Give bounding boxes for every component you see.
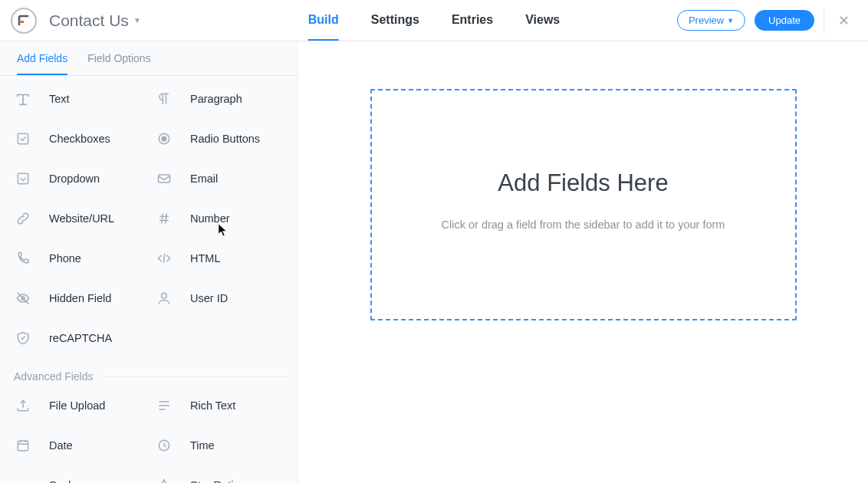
field-label: Star Rating [190, 479, 246, 483]
preview-button-label: Preview [689, 15, 724, 26]
fields-panel: TextParagraphCheckboxesRadio ButtonsDrop… [0, 76, 298, 483]
phone-icon [14, 249, 32, 268]
basic-fields-grid: TextParagraphCheckboxesRadio ButtonsDrop… [14, 90, 290, 347]
field-label: Hidden Field [49, 292, 111, 304]
field-html[interactable]: HTML [155, 249, 290, 268]
field-label: File Upload [49, 399, 105, 412]
field-label: Number [190, 212, 230, 225]
field-radio-buttons[interactable]: Radio Buttons [155, 130, 290, 148]
tab-entries[interactable]: Entries [452, 0, 493, 41]
field-label: Time [190, 439, 215, 452]
sidebar-tab-field-options[interactable]: Field Options [87, 52, 150, 75]
field-scale[interactable]: Scale [14, 476, 149, 483]
svg-rect-0 [19, 21, 24, 23]
svg-rect-8 [18, 441, 28, 451]
update-button[interactable]: Update [755, 10, 814, 31]
dropdown-icon [14, 169, 32, 188]
field-hidden-field[interactable]: Hidden Field [14, 289, 149, 307]
hash-icon [155, 209, 173, 228]
chevron-down-icon: ▼ [727, 17, 734, 25]
close-button[interactable]: ✕ [833, 12, 854, 29]
field-website-url[interactable]: Website/URL [14, 209, 149, 228]
main-tabs: Build Settings Entries Views [308, 0, 560, 41]
field-star-rating[interactable]: Star Rating [155, 476, 290, 483]
field-phone[interactable]: Phone [14, 249, 149, 268]
field-label: Radio Buttons [190, 133, 260, 145]
text-icon [14, 90, 32, 108]
top-bar: Contact Us ▼ Build Settings Entries View… [0, 0, 868, 41]
svg-rect-4 [18, 173, 28, 183]
field-label: Website/URL [49, 212, 114, 225]
tab-entries-label: Entries [452, 13, 493, 27]
paragraph-icon [155, 90, 173, 108]
advanced-fields-label: Advanced Fields [14, 370, 94, 383]
dropzone[interactable]: Add Fields Here Click or drag a field fr… [370, 89, 797, 320]
chevron-down-icon: ▼ [133, 16, 141, 25]
dropzone-subtitle: Click or drag a field from the sidebar t… [442, 219, 725, 231]
app-logo [11, 8, 37, 34]
update-button-label: Update [768, 15, 801, 26]
scale-icon [14, 476, 32, 483]
svg-rect-5 [159, 175, 170, 182]
field-label: Scale [49, 479, 77, 483]
field-file-upload[interactable]: File Upload [14, 396, 149, 415]
field-label: Text [49, 93, 70, 105]
field-text[interactable]: Text [14, 90, 149, 108]
tab-settings[interactable]: Settings [371, 0, 419, 41]
svg-rect-1 [18, 133, 28, 143]
richtext-icon [155, 396, 173, 415]
checkbox-icon [14, 130, 32, 148]
body: Add Fields Field Options TextParagraphCh… [0, 41, 868, 483]
field-label: reCAPTCHA [49, 332, 112, 344]
sidebar-tab-add-fields-label: Add Fields [17, 52, 67, 64]
sidebar-tab-add-fields[interactable]: Add Fields [17, 52, 67, 75]
field-label: Email [190, 172, 218, 185]
tab-views[interactable]: Views [525, 0, 560, 41]
date-icon [14, 436, 32, 455]
close-icon: ✕ [838, 13, 850, 28]
radio-icon [155, 130, 173, 148]
top-right-actions: Preview ▼ Update ✕ [677, 8, 854, 34]
tab-settings-label: Settings [371, 13, 419, 27]
sidebar-tabs: Add Fields Field Options [0, 41, 298, 76]
field-label: Date [49, 439, 73, 452]
tab-build-label: Build [308, 13, 339, 27]
field-label: User ID [190, 292, 228, 304]
field-label: Checkboxes [49, 133, 110, 145]
hidden-icon [14, 289, 32, 307]
time-icon [155, 436, 173, 455]
field-recaptcha[interactable]: reCAPTCHA [14, 329, 149, 347]
email-icon [155, 169, 173, 188]
field-label: Paragraph [190, 93, 242, 105]
field-dropdown[interactable]: Dropdown [14, 169, 149, 188]
field-checkboxes[interactable]: Checkboxes [14, 130, 149, 148]
field-number[interactable]: Number [155, 209, 290, 228]
advanced-fields-header: Advanced Fields [14, 370, 290, 383]
field-label: HTML [190, 252, 220, 264]
tab-build[interactable]: Build [308, 0, 339, 41]
dropzone-title: Add Fields Here [498, 169, 668, 197]
field-email[interactable]: Email [155, 169, 290, 188]
form-title-text: Contact Us [49, 12, 129, 30]
preview-button[interactable]: Preview ▼ [677, 10, 745, 31]
star-icon [155, 476, 173, 483]
logo-icon [18, 15, 30, 27]
sidebar-tab-field-options-label: Field Options [87, 52, 150, 64]
separator [824, 8, 824, 34]
shield-icon [14, 329, 32, 347]
form-canvas: Add Fields Here Click or drag a field fr… [298, 41, 868, 483]
field-date[interactable]: Date [14, 436, 149, 455]
field-rich-text[interactable]: Rich Text [155, 396, 290, 415]
form-title-dropdown[interactable]: Contact Us ▼ [49, 12, 141, 30]
field-paragraph[interactable]: Paragraph [155, 90, 290, 108]
svg-point-7 [162, 293, 167, 298]
field-label: Rich Text [190, 399, 235, 412]
field-time[interactable]: Time [155, 436, 290, 455]
field-label: Dropdown [49, 172, 100, 185]
upload-icon [14, 396, 32, 415]
tab-views-label: Views [525, 13, 560, 27]
sidebar: Add Fields Field Options TextParagraphCh… [0, 41, 298, 483]
user-icon [155, 289, 173, 307]
link-icon [14, 209, 32, 228]
field-user-id[interactable]: User ID [155, 289, 290, 307]
